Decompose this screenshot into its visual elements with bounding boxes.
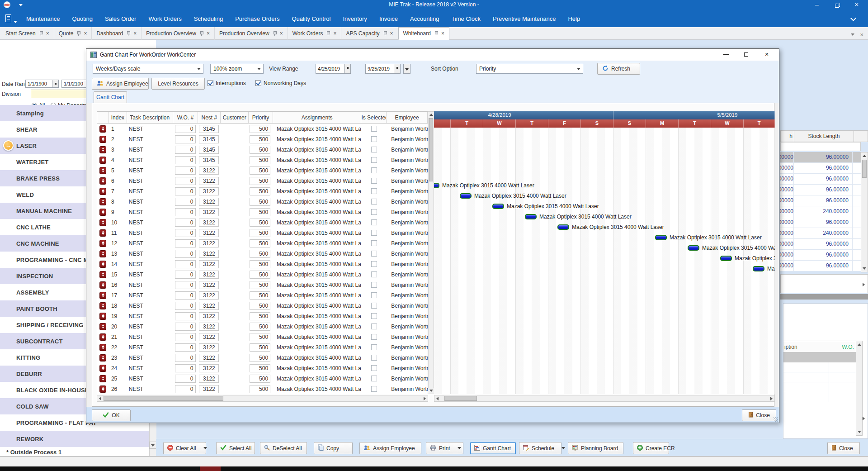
tab-close-icon[interactable]: ×: [333, 31, 336, 36]
menu-item-invoice[interactable]: Invoice: [379, 15, 398, 22]
priority-input[interactable]: 500: [250, 125, 270, 133]
drag-handle-icon[interactable]: [99, 365, 106, 372]
schedule-button[interactable]: Schedule: [519, 442, 561, 454]
nest-input[interactable]: 3122: [199, 312, 219, 320]
stock-scroll-up-icon[interactable]: [861, 153, 867, 159]
is-selected-checkbox[interactable]: [371, 219, 377, 225]
wo-input[interactable]: 0: [175, 364, 196, 372]
stock-row[interactable]: 0000096.00000: [780, 195, 861, 206]
date-from-picker-icon[interactable]: [52, 80, 58, 87]
menu-item-maintenance[interactable]: Maintenance: [26, 15, 60, 22]
tab-production-overview[interactable]: Production Overview×: [142, 27, 215, 40]
tab-close-icon[interactable]: ×: [280, 31, 283, 36]
drag-handle-icon[interactable]: [99, 167, 106, 174]
scale-combo[interactable]: Weeks/Days scale: [93, 64, 203, 74]
dialog-close-button[interactable]: ×: [759, 50, 774, 60]
priority-input[interactable]: 500: [250, 343, 270, 352]
pin-icon[interactable]: [126, 31, 130, 36]
drag-handle-icon[interactable]: [99, 209, 106, 216]
stock-row[interactable]: 0000096.00000: [780, 250, 861, 261]
dropdown-caret-icon[interactable]: [458, 447, 461, 449]
dialog-minimize-button[interactable]: —: [718, 50, 734, 60]
priority-input[interactable]: 500: [250, 354, 270, 362]
drag-handle-icon[interactable]: [99, 219, 106, 226]
tab-gantt-chart[interactable]: Gantt Chart: [94, 91, 127, 103]
is-selected-checkbox[interactable]: [371, 167, 377, 173]
sidebar-item-rework[interactable]: REWORK: [0, 431, 149, 447]
priority-input[interactable]: 500: [250, 260, 270, 268]
is-selected-checkbox[interactable]: [371, 324, 377, 329]
nest-input[interactable]: 3145: [199, 146, 219, 154]
menu-item-purchase-orders[interactable]: Purchase Orders: [235, 15, 279, 22]
deselect-all-button[interactable]: DeSelect All: [260, 442, 307, 454]
priority-input[interactable]: 500: [250, 291, 270, 300]
drag-handle-icon[interactable]: [99, 281, 106, 289]
drag-handle-icon[interactable]: [99, 250, 106, 257]
nest-input[interactable]: 3122: [199, 229, 219, 237]
wo-input[interactable]: 0: [175, 281, 196, 289]
wo-input[interactable]: 0: [175, 198, 196, 206]
form-list-caret-icon[interactable]: [14, 21, 17, 23]
stock-row[interactable]: 0000096.00000: [780, 163, 861, 174]
date-from-field[interactable]: 1/1/1900: [25, 80, 59, 88]
level-resources-button[interactable]: Level Resources: [151, 78, 205, 90]
grid-column-index[interactable]: Index: [109, 112, 127, 123]
nest-input[interactable]: 3122: [199, 364, 219, 372]
pin-icon[interactable]: [434, 31, 438, 36]
nest-input[interactable]: 3122: [199, 167, 219, 175]
stock-row[interactable]: 0000096.00000: [780, 217, 861, 228]
priority-input[interactable]: 500: [250, 146, 270, 154]
wo-input[interactable]: 0: [175, 385, 196, 393]
wo-input[interactable]: 0: [175, 375, 196, 383]
stock-row[interactable]: 0000096.00000: [780, 174, 861, 185]
tab-start-screen[interactable]: Start Screen×: [1, 27, 54, 40]
pin-icon[interactable]: [326, 31, 330, 36]
nest-input[interactable]: 3122: [199, 198, 219, 206]
nest-input[interactable]: 3145: [199, 135, 219, 143]
menu-item-work-orders[interactable]: Work Orders: [148, 15, 181, 22]
is-selected-checkbox[interactable]: [371, 303, 377, 309]
priority-input[interactable]: 500: [250, 302, 270, 310]
stock-length-header[interactable]: Stock Length: [794, 131, 854, 142]
is-selected-checkbox[interactable]: [371, 230, 377, 236]
pin-icon[interactable]: [39, 31, 43, 36]
wo-input[interactable]: 0: [175, 343, 196, 352]
priority-input[interactable]: 500: [250, 312, 270, 320]
print-button[interactable]: Print: [426, 442, 463, 454]
is-selected-checkbox[interactable]: [371, 188, 377, 194]
wo-input[interactable]: 0: [175, 323, 196, 331]
wo-input[interactable]: 0: [175, 208, 196, 216]
create-ecr-button[interactable]: Create ECR: [633, 442, 669, 454]
nest-input[interactable]: 3122: [199, 219, 219, 227]
taskbar-active-app[interactable]: [200, 466, 221, 471]
view-range-to-picker-icon[interactable]: [394, 64, 400, 73]
drag-handle-icon[interactable]: [99, 375, 106, 382]
menu-item-preventive-maintenance[interactable]: Preventive Maintenance: [493, 15, 556, 22]
grid-horizontal-scrollbar[interactable]: [97, 395, 428, 402]
tab-close-icon[interactable]: ×: [390, 31, 393, 36]
menu-item-time-clock[interactable]: Time Clock: [451, 15, 481, 22]
tab-close-icon[interactable]: ×: [84, 31, 87, 36]
assign-employee-button[interactable]: Assign Employee: [92, 78, 149, 90]
priority-input[interactable]: 500: [250, 333, 270, 341]
grid-column-drag[interactable]: [97, 112, 109, 123]
priority-input[interactable]: 500: [250, 156, 270, 164]
wo-input[interactable]: 0: [175, 333, 196, 341]
tab-close-icon[interactable]: ×: [133, 31, 137, 36]
stock-row[interactable]: 0000096.00000: [780, 239, 861, 250]
is-selected-checkbox[interactable]: [371, 209, 377, 215]
priority-input[interactable]: 500: [250, 364, 270, 372]
is-selected-checkbox[interactable]: [371, 199, 377, 205]
is-selected-checkbox[interactable]: [371, 157, 377, 163]
wo-input[interactable]: 0: [175, 260, 196, 268]
wo-input[interactable]: 0: [175, 177, 196, 185]
sidebar-scroll-down-icon[interactable]: [149, 442, 156, 449]
is-selected-checkbox[interactable]: [371, 386, 377, 392]
pin-icon[interactable]: [199, 31, 203, 36]
gantt-bar[interactable]: [460, 193, 472, 199]
wo-input[interactable]: 0: [175, 312, 196, 320]
lower-panel-row[interactable]: [783, 372, 856, 382]
is-selected-checkbox[interactable]: [371, 376, 377, 381]
is-selected-checkbox[interactable]: [371, 344, 377, 350]
menu-item-quoting[interactable]: Quoting: [72, 15, 93, 22]
